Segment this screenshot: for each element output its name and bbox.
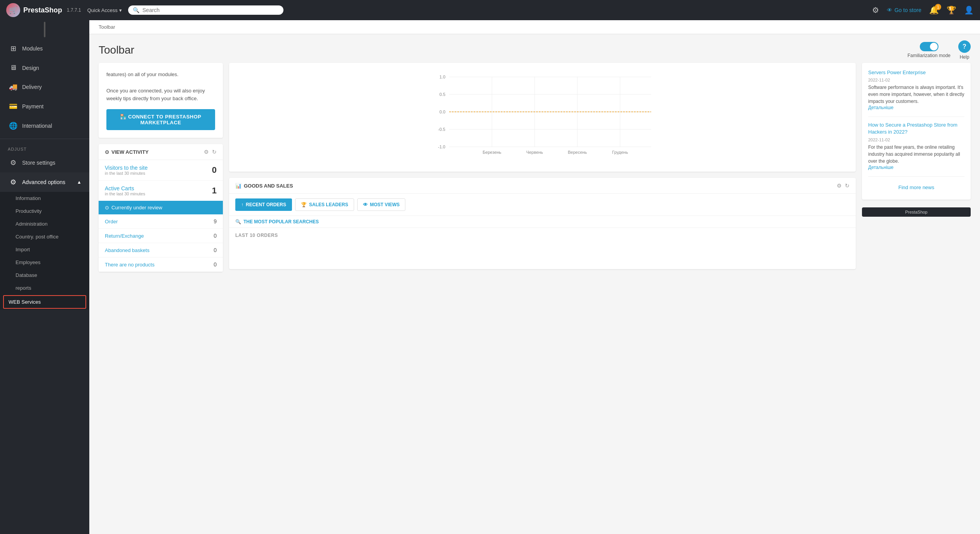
page-header: Toolbar Familiarization mode ? Help — [89, 34, 980, 63]
activity-refresh-icon[interactable]: ↻ — [212, 149, 217, 155]
notifications-icon[interactable]: 🔔 1 — [929, 5, 939, 15]
search-bar[interactable]: 🔍 — [128, 5, 283, 15]
tab-recent-orders[interactable]: ↑ RECENT ORDERS — [235, 198, 292, 211]
svg-text:Грудень: Грудень — [612, 150, 628, 155]
goods-gear-icon[interactable]: ⚙ — [837, 183, 842, 189]
orders-title: LAST 10 ORDERS — [235, 233, 850, 238]
app-name: PrestaShop — [23, 6, 62, 14]
sidebar-item-label: Store settings — [22, 160, 56, 166]
sidebar-subitem-web-services[interactable]: WEB Services — [3, 295, 86, 309]
advanced-options-submenu: Information Productivity Administration … — [0, 192, 89, 310]
sidebar-item-advanced-options[interactable]: ⚙ Advanced options ▲ — [0, 172, 89, 192]
connect-icon: 🏪 — [120, 114, 128, 120]
header-actions: Familiarization mode ? Help — [907, 40, 971, 60]
sidebar-item-modules[interactable]: ⊞ Modules — [0, 39, 89, 58]
return-count: 0 — [214, 233, 217, 239]
modules-icon: ⊞ — [9, 44, 17, 53]
advanced-options-icon: ⚙ — [9, 178, 17, 186]
sidebar-subitem-database[interactable]: Database — [0, 269, 89, 282]
app-version: 1.7.7.1 — [67, 7, 81, 13]
goods-card: 📊 GOODS AND SALES ⚙ ↻ ↑ RECENT ORDERS — [229, 178, 856, 269]
search-icon: 🔍 — [133, 7, 139, 13]
search-input[interactable] — [142, 7, 279, 13]
svg-text:0.0: 0.0 — [440, 110, 445, 114]
order-count: 9 — [214, 218, 217, 224]
sidebar-item-delivery[interactable]: 🚚 Delivery — [0, 77, 89, 97]
familiarization-label: Familiarization mode — [907, 53, 950, 58]
activity-circle-icon: ⊙ — [105, 149, 109, 155]
review-row-return: Return/Exchange 0 — [99, 229, 223, 243]
toggle-switch[interactable] — [920, 42, 938, 51]
return-link[interactable]: Return/Exchange — [105, 233, 144, 239]
news-divider — [868, 117, 964, 117]
abandoned-link[interactable]: Abandoned baskets — [105, 247, 149, 253]
connect-card: features) on all of your modules.Once yo… — [99, 63, 223, 138]
svg-text:Вересень: Вересень — [568, 150, 587, 155]
sidebar-item-label: Advanced options — [22, 179, 65, 185]
go-to-store-link[interactable]: 👁 Go to store — [887, 7, 921, 13]
content-area: Toolbar Toolbar Familiarization mode ? H… — [89, 20, 980, 534]
news-title-0[interactable]: Servers Power Enterprise — [868, 69, 964, 76]
news-item-1: How to Secure a Prestashop Store from Ha… — [868, 122, 964, 170]
sidebar-item-store-settings[interactable]: ⚙ Store settings — [0, 153, 89, 172]
adjust-label: ADJUST — [0, 142, 89, 153]
quick-access-menu[interactable]: Quick Access ▾ — [87, 7, 122, 13]
sidebar-item-international[interactable]: 🌐 International — [0, 116, 89, 136]
recent-orders-icon: ↑ — [241, 202, 243, 207]
activity-title: ⊙ VIEW ACTIVITY — [105, 149, 149, 155]
visitors-label: Visitors to the site — [105, 165, 148, 171]
tab-sales-leaders[interactable]: 🏆 SALES LEADERS — [295, 198, 354, 211]
connect-button[interactable]: 🏪 CONNECT TO PRESTASHOP MARKETPLACE — [106, 109, 215, 130]
visitors-sub: in the last 30 minutes — [105, 171, 148, 176]
help-icon: ? — [958, 40, 971, 53]
review-row-abandoned: Abandoned baskets 0 — [99, 243, 223, 257]
find-more-news-link[interactable]: Find more news — [868, 181, 964, 193]
orders-section: LAST 10 ORDERS — [229, 228, 856, 269]
user-avatar[interactable]: 👤 — [964, 5, 974, 15]
eye-icon: 👁 — [887, 7, 892, 13]
news-date-1: 2022-11-02 — [868, 137, 964, 142]
abandoned-count: 0 — [214, 247, 217, 253]
goods-title: 📊 GOODS AND SALES — [235, 183, 293, 189]
gear-icon[interactable]: ⚙ — [872, 5, 879, 15]
goods-refresh-icon[interactable]: ↻ — [845, 183, 850, 189]
payment-icon: 💳 — [9, 102, 17, 111]
sidebar-subitem-import[interactable]: Import — [0, 243, 89, 256]
design-icon: 🖥 — [9, 64, 17, 72]
sidebar-subitem-country-post[interactable]: Country. post office — [0, 230, 89, 243]
sidebar-subitem-productivity[interactable]: Productivity — [0, 205, 89, 217]
activity-card: ⊙ VIEW ACTIVITY ⚙ ↻ Visitors to the site… — [99, 144, 223, 272]
toggle-knob — [930, 43, 938, 50]
sidebar-subitem-employees[interactable]: Employees — [0, 256, 89, 269]
news-item-0: Servers Power Enterprise 2022-11-02 Soft… — [868, 69, 964, 110]
tab-most-views[interactable]: 👁 MOST VIEWS — [357, 198, 406, 211]
notification-badge: 1 — [935, 4, 941, 10]
sidebar-item-payment[interactable]: 💳 Payment — [0, 97, 89, 116]
delivery-icon: 🚚 — [9, 83, 17, 91]
sales-leaders-icon: 🏆 — [301, 202, 307, 207]
help-button[interactable]: ? Help — [958, 40, 971, 60]
sidebar: ⊞ Modules 🖥 Design 🚚 Delivery 💳 Payment … — [0, 20, 89, 534]
popular-searches-link[interactable]: 🔍 THE MOST POPULAR SEARCHES — [235, 219, 850, 224]
trophy-icon[interactable]: 🏆 — [947, 5, 956, 15]
news-text-0: Software performance is always important… — [868, 84, 964, 105]
chevron-up-icon: ▲ — [77, 179, 82, 185]
noproducts-link[interactable]: There are no products — [105, 262, 155, 268]
left-column: features) on all of your modules.Once yo… — [99, 63, 223, 525]
sidebar-item-label: Payment — [22, 103, 43, 110]
activity-gear-icon[interactable]: ⚙ — [204, 149, 209, 155]
quick-access-chevron: ▾ — [119, 7, 122, 13]
sidebar-subitem-reports[interactable]: reports — [0, 282, 89, 294]
chart-card: 1.0 0.5 0.0 -0.5 -1.0 Березень Червень В… — [229, 63, 856, 172]
news-more-0[interactable]: Детальніше — [868, 105, 964, 110]
sidebar-subitem-information[interactable]: Information — [0, 192, 89, 205]
most-views-icon: 👁 — [363, 202, 368, 207]
familiarization-mode-toggle[interactable]: Familiarization mode — [907, 42, 950, 58]
news-more-1[interactable]: Детальніше — [868, 165, 964, 170]
sidebar-subitem-administration[interactable]: Administration — [0, 217, 89, 230]
center-column: 1.0 0.5 0.0 -0.5 -1.0 Березень Червень В… — [229, 63, 856, 525]
order-link[interactable]: Order — [105, 219, 118, 224]
news-title-1[interactable]: How to Secure a Prestashop Store from Ha… — [868, 122, 964, 136]
prestashop-logo-text: PrestaShop — [905, 210, 927, 214]
sidebar-item-design[interactable]: 🖥 Design — [0, 58, 89, 77]
